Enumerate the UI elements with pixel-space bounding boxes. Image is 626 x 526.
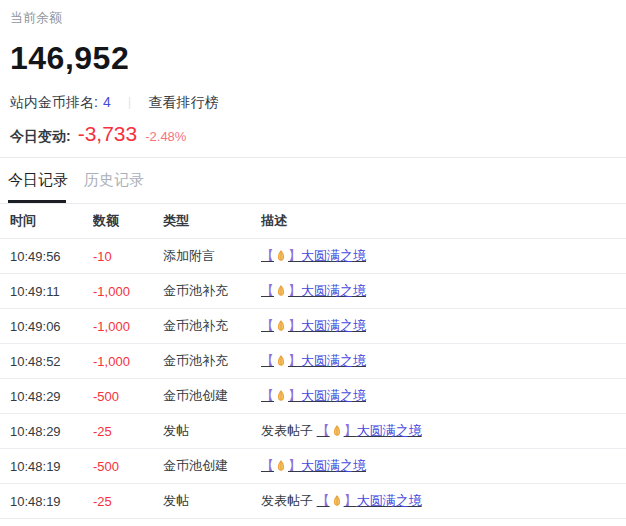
change-value: -3,733 bbox=[78, 122, 138, 146]
desc-cell: 【】大圆满之境 bbox=[261, 247, 626, 265]
table-row: 10:49:11 -1,000 金币池补充 【】大圆满之境 bbox=[0, 274, 626, 309]
type-cell: 金币池补充 bbox=[163, 352, 261, 370]
folded-hands-icon bbox=[331, 494, 343, 507]
folded-hands-icon bbox=[275, 249, 287, 262]
desc-cell: 发表帖子 【】大圆满之境 bbox=[261, 492, 626, 510]
folded-hands-icon bbox=[275, 459, 287, 472]
desc-cell: 【】大圆满之境 bbox=[261, 457, 626, 475]
desc-cell: 【】大圆满之境 bbox=[261, 282, 626, 300]
balance-label: 当前余额 bbox=[10, 10, 616, 25]
type-cell: 添加附言 bbox=[163, 247, 261, 265]
post-link[interactable]: 【】大圆满之境 bbox=[261, 458, 366, 473]
desc-prefix: 发表帖子 bbox=[261, 423, 317, 438]
table-row: 10:48:19 -25 发帖 发表帖子 【】大圆满之境 bbox=[0, 484, 626, 519]
records-table: 时间 数额 类型 描述 10:49:56 -10 添加附言 【】大圆满之境 10… bbox=[0, 204, 626, 519]
amount-cell: -500 bbox=[93, 459, 163, 474]
desc-cell: 【】大圆满之境 bbox=[261, 387, 626, 405]
table-row: 10:49:06 -1,000 金币池补充 【】大圆满之境 bbox=[0, 309, 626, 344]
post-link[interactable]: 【】大圆满之境 bbox=[261, 388, 366, 403]
vertical-divider: ｜ bbox=[124, 94, 136, 110]
rank-row: 站内金币排名: 4 ｜ 查看排行榜 bbox=[10, 94, 616, 110]
desc-cell: 【】大圆满之境 bbox=[261, 352, 626, 370]
type-cell: 金币池补充 bbox=[163, 317, 261, 335]
type-cell: 发帖 bbox=[163, 492, 261, 510]
folded-hands-icon bbox=[275, 389, 287, 402]
folded-hands-icon bbox=[275, 319, 287, 332]
change-percent: -2.48% bbox=[145, 129, 186, 144]
rank-label: 站内金币排名: bbox=[10, 94, 98, 110]
balance-section: 当前余额 146,952 站内金币排名: 4 ｜ 查看排行榜 今日变动: -3,… bbox=[0, 0, 626, 146]
table-row: 10:48:29 -25 发帖 发表帖子 【】大圆满之境 bbox=[0, 414, 626, 449]
time-cell: 10:48:19 bbox=[10, 494, 93, 509]
folded-hands-icon bbox=[275, 354, 287, 367]
amount-cell: -1,000 bbox=[93, 284, 163, 299]
record-tabs: 今日记录 历史记录 bbox=[0, 157, 626, 204]
time-cell: 10:49:11 bbox=[10, 284, 93, 299]
amount-cell: -500 bbox=[93, 389, 163, 404]
folded-hands-icon bbox=[331, 424, 343, 437]
type-cell: 金币池补充 bbox=[163, 282, 261, 300]
post-link[interactable]: 【】大圆满之境 bbox=[317, 493, 422, 508]
amount-cell: -1,000 bbox=[93, 354, 163, 369]
time-cell: 10:48:52 bbox=[10, 354, 93, 369]
table-row: 10:49:56 -10 添加附言 【】大圆满之境 bbox=[0, 239, 626, 274]
post-link[interactable]: 【】大圆满之境 bbox=[261, 283, 366, 298]
post-link[interactable]: 【】大圆满之境 bbox=[261, 318, 366, 333]
amount-cell: -25 bbox=[93, 424, 163, 439]
post-link[interactable]: 【】大圆满之境 bbox=[317, 423, 422, 438]
desc-cell: 发表帖子 【】大圆满之境 bbox=[261, 422, 626, 440]
header-time: 时间 bbox=[10, 212, 93, 230]
balance-value: 146,952 bbox=[10, 41, 616, 75]
table-row: 10:48:19 -500 金币池创建 【】大圆满之境 bbox=[0, 449, 626, 484]
header-type: 类型 bbox=[163, 212, 261, 230]
type-cell: 发帖 bbox=[163, 422, 261, 440]
tab-today-records[interactable]: 今日记录 bbox=[8, 158, 68, 203]
desc-prefix: 发表帖子 bbox=[261, 493, 317, 508]
desc-cell: 【】大圆满之境 bbox=[261, 317, 626, 335]
post-link[interactable]: 【】大圆满之境 bbox=[261, 248, 366, 263]
folded-hands-icon bbox=[275, 284, 287, 297]
tab-history-records[interactable]: 历史记录 bbox=[84, 158, 144, 203]
amount-cell: -1,000 bbox=[93, 319, 163, 334]
time-cell: 10:48:29 bbox=[10, 389, 93, 404]
time-cell: 10:49:06 bbox=[10, 319, 93, 334]
type-cell: 金币池创建 bbox=[163, 457, 261, 475]
table-row: 10:48:29 -500 金币池创建 【】大圆满之境 bbox=[0, 379, 626, 414]
table-header-row: 时间 数额 类型 描述 bbox=[0, 204, 626, 239]
header-desc: 描述 bbox=[261, 212, 626, 230]
amount-cell: -10 bbox=[93, 249, 163, 264]
view-leaderboard-link[interactable]: 查看排行榜 bbox=[148, 94, 218, 110]
time-cell: 10:48:29 bbox=[10, 424, 93, 439]
change-label: 今日变动: bbox=[10, 128, 71, 146]
header-amount: 数额 bbox=[93, 212, 163, 230]
time-cell: 10:49:56 bbox=[10, 249, 93, 264]
table-row: 10:48:52 -1,000 金币池补充 【】大圆满之境 bbox=[0, 344, 626, 379]
amount-cell: -25 bbox=[93, 494, 163, 509]
time-cell: 10:48:19 bbox=[10, 459, 93, 474]
rank-value: 4 bbox=[103, 94, 111, 110]
type-cell: 金币池创建 bbox=[163, 387, 261, 405]
change-row: 今日变动: -3,733 -2.48% bbox=[10, 122, 616, 146]
post-link[interactable]: 【】大圆满之境 bbox=[261, 353, 366, 368]
